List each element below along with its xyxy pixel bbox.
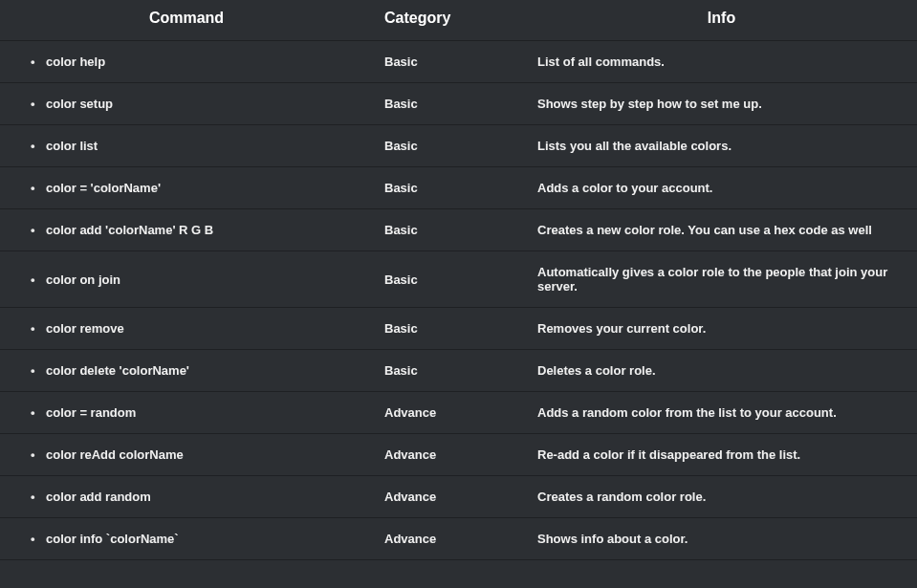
cell-command: color add random	[0, 476, 373, 518]
cell-command: color add 'colorName' R G B	[0, 209, 373, 251]
cell-info: Adds a random color from the list to you…	[526, 392, 917, 434]
cell-category: Basic	[373, 209, 526, 251]
cell-info: Creates a random color role.	[526, 476, 917, 518]
cell-category: Advance	[373, 518, 526, 560]
table-row: color delete 'colorName' Basic Deletes a…	[0, 350, 917, 392]
cell-command: color setup	[0, 83, 373, 125]
table-row: color add random Advance Creates a rando…	[0, 476, 917, 518]
cell-category: Advance	[373, 434, 526, 476]
cell-info: Shows step by step how to set me up.	[526, 83, 917, 125]
table-row: color = 'colorName' Basic Adds a color t…	[0, 167, 917, 209]
commands-table: Command Category Info color help Basic L…	[0, 0, 917, 560]
cell-info: Adds a color to your account.	[526, 167, 917, 209]
cell-command: color on join	[0, 251, 373, 308]
cell-category: Basic	[373, 167, 526, 209]
table-header-row: Command Category Info	[0, 0, 917, 41]
cell-category: Advance	[373, 476, 526, 518]
table-row: color add 'colorName' R G B Basic Create…	[0, 209, 917, 251]
cell-command: color = random	[0, 392, 373, 434]
cell-command: color help	[0, 41, 373, 83]
cell-command: color = 'colorName'	[0, 167, 373, 209]
cell-category: Basic	[373, 125, 526, 167]
cell-category: Basic	[373, 308, 526, 350]
cell-command: color reAdd colorName	[0, 434, 373, 476]
cell-info: Lists you all the available colors.	[526, 125, 917, 167]
header-command: Command	[0, 0, 373, 41]
cell-info: Removes your current color.	[526, 308, 917, 350]
header-category: Category	[373, 0, 526, 41]
table-row: color list Basic Lists you all the avail…	[0, 125, 917, 167]
cell-category: Basic	[373, 350, 526, 392]
table-row: color reAdd colorName Advance Re-add a c…	[0, 434, 917, 476]
table-row: color setup Basic Shows step by step how…	[0, 83, 917, 125]
table-row: color on join Basic Automatically gives …	[0, 251, 917, 308]
cell-command: color remove	[0, 308, 373, 350]
cell-info: List of all commands.	[526, 41, 917, 83]
cell-command: color list	[0, 125, 373, 167]
table-row: color = random Advance Adds a random col…	[0, 392, 917, 434]
header-info: Info	[526, 0, 917, 41]
cell-category: Basic	[373, 251, 526, 308]
table-row: color info `colorName` Advance Shows inf…	[0, 518, 917, 560]
table-row: color remove Basic Removes your current …	[0, 308, 917, 350]
cell-info: Automatically gives a color role to the …	[526, 251, 917, 308]
cell-info: Creates a new color role. You can use a …	[526, 209, 917, 251]
cell-command: color info `colorName`	[0, 518, 373, 560]
cell-command: color delete 'colorName'	[0, 350, 373, 392]
table-row: color help Basic List of all commands.	[0, 41, 917, 83]
cell-info: Deletes a color role.	[526, 350, 917, 392]
cell-category: Basic	[373, 83, 526, 125]
table-body: color help Basic List of all commands. c…	[0, 41, 917, 560]
cell-category: Advance	[373, 392, 526, 434]
cell-category: Basic	[373, 41, 526, 83]
cell-info: Re-add a color if it disappeared from th…	[526, 434, 917, 476]
cell-info: Shows info about a color.	[526, 518, 917, 560]
